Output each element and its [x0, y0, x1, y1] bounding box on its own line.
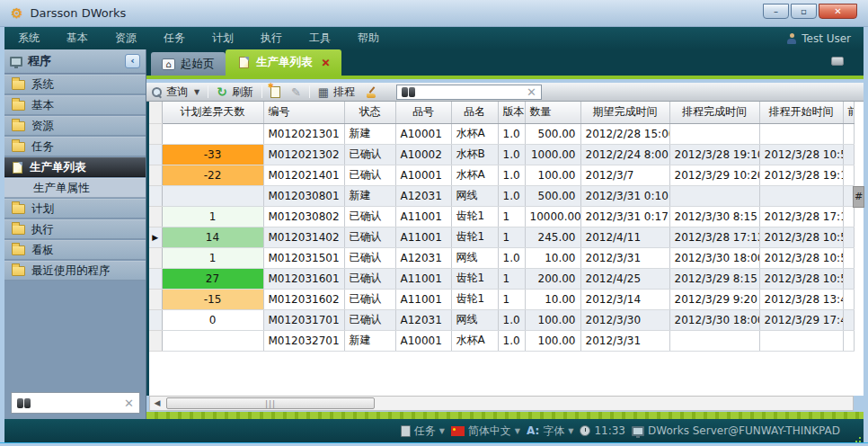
cell-item_no[interactable]: A11001 — [395, 289, 451, 309]
row-selector[interactable] — [149, 185, 162, 206]
cell-sched_finish[interactable]: 2012/3/30 18:00 — [669, 247, 759, 268]
minimize-button[interactable]: – — [763, 4, 789, 19]
column-header-8[interactable]: 排程完成时间 — [669, 102, 759, 123]
table-row[interactable]: M012032701新建A10001水杯A1.0100.002012/3/31 — [149, 330, 854, 351]
cell-expect[interactable]: 2012/3/31 — [580, 330, 669, 351]
cell-qty[interactable]: 100.00 — [525, 330, 580, 351]
tasks-caret-icon[interactable]: ▼ — [439, 427, 445, 435]
orders-table[interactable]: 计划差异天数编号状态品号品名版本数量期望完成时间排程完成时间排程开始时间前 M0… — [149, 102, 855, 352]
cell-order_no[interactable]: M012030801 — [263, 185, 344, 206]
cell-extra[interactable] — [843, 165, 854, 185]
cell-expect[interactable]: 2012/4/25 — [580, 268, 669, 289]
cell-qty[interactable]: 100.00 — [525, 309, 580, 330]
cell-qty[interactable]: 10.00 — [525, 247, 580, 268]
table-row[interactable]: M012030801新建A12031网线1.0500.002012/3/31 0… — [149, 185, 854, 206]
cell-extra[interactable] — [843, 289, 854, 309]
cell-qty[interactable]: 500.00 — [525, 185, 580, 206]
cell-item_no[interactable]: A10001 — [395, 123, 451, 144]
cell-qty[interactable]: 10000.00 — [525, 206, 580, 227]
statusbar-tasks[interactable]: 任务 ▼ — [401, 424, 445, 439]
sidebar-search-box[interactable]: ✕ — [11, 392, 140, 414]
cell-sched_finish[interactable]: 2012/3/29 8:15 — [669, 268, 759, 289]
cell-item_name[interactable]: 水杯A — [451, 123, 498, 144]
cell-item_no[interactable]: A11001 — [395, 206, 451, 227]
cell-status[interactable]: 已确认 — [344, 309, 395, 330]
cell-sched_start[interactable]: 2012/3/28 13:40 — [759, 289, 843, 309]
cell-sched_finish[interactable]: 2012/3/30 18:00 — [669, 309, 759, 330]
cell-plan-diff-days[interactable]: 27 — [162, 268, 263, 289]
sidebar-item-1[interactable]: 基本 — [4, 95, 146, 115]
sidebar-item-0[interactable]: 系统 — [4, 75, 146, 94]
cell-plan-diff-days[interactable] — [162, 185, 263, 206]
cell-expect[interactable]: 2012/3/7 — [580, 165, 669, 185]
language-caret-icon[interactable]: ▼ — [515, 427, 520, 435]
cell-expect[interactable]: 2012/3/31 — [580, 247, 669, 268]
scroll-left-arrow-icon[interactable]: ◀ — [150, 397, 164, 410]
cell-sched_start[interactable]: 2012/3/28 10:52 — [759, 268, 843, 289]
new-button[interactable] — [265, 83, 286, 101]
table-row[interactable]: M012021301新建A10001水杯A1.0500.002012/2/28 … — [149, 123, 854, 144]
maximize-button[interactable]: ▫ — [791, 4, 817, 19]
cell-qty[interactable]: 500.00 — [525, 123, 580, 144]
cell-item_name[interactable]: 网线 — [451, 185, 498, 206]
cell-version[interactable]: 1.0 — [498, 309, 525, 330]
cell-plan-diff-days[interactable]: 14 — [162, 227, 263, 247]
cell-qty[interactable]: 245.00 — [525, 227, 580, 247]
column-header-7[interactable]: 期望完成时间 — [580, 102, 669, 123]
menu-item-4[interactable]: 计划 — [199, 27, 247, 49]
cell-plan-diff-days[interactable]: 1 — [162, 206, 263, 227]
row-selector-header[interactable] — [149, 102, 162, 123]
table-row[interactable]: 1M012030802已确认A11001齿轮1110000.002012/3/3… — [149, 206, 854, 227]
cell-sched_finish[interactable] — [669, 330, 759, 351]
table-row[interactable]: -22M012021401已确认A10001水杯A1.0100.002012/3… — [149, 165, 854, 185]
row-selector[interactable] — [149, 247, 162, 268]
cell-status[interactable]: 已确认 — [344, 206, 395, 227]
cell-sched_finish[interactable] — [669, 185, 759, 206]
cell-plan-diff-days[interactable]: -22 — [162, 165, 263, 185]
menu-item-6[interactable]: 工具 — [296, 27, 344, 49]
cell-item_no[interactable]: A10001 — [395, 330, 451, 351]
table-row[interactable]: 0M012031701已确认A12031网线1.0100.002012/3/30… — [149, 309, 854, 330]
cell-sched_start[interactable]: 2012/3/28 10:52 — [759, 144, 843, 165]
cell-version[interactable]: 1.0 — [498, 185, 525, 206]
tab-production-order-list[interactable]: 生产单列表 ✕ — [226, 49, 341, 76]
cell-version[interactable]: 1 — [498, 289, 525, 309]
cell-plan-diff-days[interactable]: 0 — [162, 309, 263, 330]
tab-home[interactable]: ⌂ 起始页 — [151, 52, 226, 76]
sidebar-item-9[interactable]: 最近使用的程序 — [4, 261, 146, 281]
sidebar-collapse-button[interactable]: ‹ — [125, 54, 140, 68]
sidebar-item-5[interactable]: 生产单属性 — [4, 178, 146, 198]
table-row[interactable]: -33M012021302已确认A10002水杯B1.01000.002012/… — [149, 144, 854, 165]
cell-sched_start[interactable] — [759, 330, 843, 351]
float-window-icon[interactable] — [831, 57, 844, 66]
cell-expect[interactable]: 2012/4/11 — [580, 227, 669, 247]
edit-button[interactable]: ✎ — [286, 83, 306, 101]
column-header-5[interactable]: 版本 — [498, 102, 525, 123]
sidebar-item-3[interactable]: 任务 — [4, 137, 146, 156]
grid-edge-marker[interactable]: # — [853, 186, 864, 208]
cell-expect[interactable]: 2012/3/14 — [580, 289, 669, 309]
row-selector[interactable] — [149, 330, 162, 351]
cell-sched_finish[interactable]: 2012/3/29 9:20 — [669, 289, 759, 309]
cell-plan-diff-days[interactable] — [162, 123, 263, 144]
cell-item_name[interactable]: 齿轮1 — [451, 227, 498, 247]
cell-item_name[interactable]: 水杯A — [451, 330, 498, 351]
table-row[interactable]: -15M012031602已确认A11001齿轮1110.002012/3/14… — [149, 289, 854, 309]
scrollbar-thumb[interactable] — [166, 397, 375, 409]
cell-item_name[interactable]: 齿轮1 — [451, 268, 498, 289]
cell-extra[interactable] — [843, 330, 854, 351]
cell-sched_finish[interactable]: 2012/3/28 19:10 — [669, 144, 759, 165]
cell-sched_start[interactable]: 2012/3/28 10:52 — [759, 227, 843, 247]
column-header-3[interactable]: 品号 — [395, 102, 451, 123]
cell-status[interactable]: 已确认 — [344, 144, 395, 165]
table-row[interactable]: 1M012031501已确认A12031网线1.010.002012/3/312… — [149, 247, 854, 268]
cell-extra[interactable] — [843, 206, 854, 227]
cell-expect[interactable]: 2012/2/24 8:00 — [580, 144, 669, 165]
cell-version[interactable]: 1.0 — [498, 144, 525, 165]
cell-extra[interactable] — [843, 309, 854, 330]
row-selector[interactable] — [149, 289, 162, 309]
table-row[interactable]: 27M012031601已确认A11001齿轮11200.002012/4/25… — [149, 268, 854, 289]
cell-status[interactable]: 新建 — [344, 123, 395, 144]
cell-item_name[interactable]: 水杯B — [451, 144, 498, 165]
cell-expect[interactable]: 2012/3/31 0:10 — [580, 185, 669, 206]
